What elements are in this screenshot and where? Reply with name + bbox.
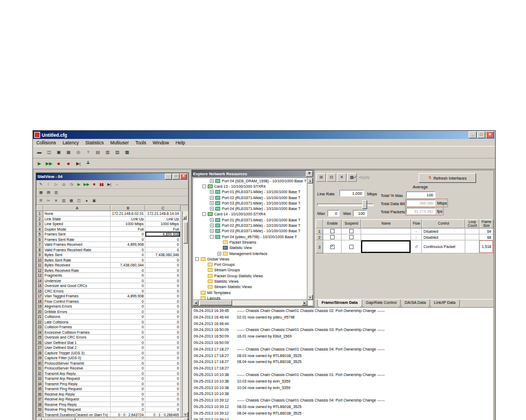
menu-item[interactable]: Latency: [59, 140, 82, 145]
stat-value-cell-c[interactable]: 0: [145, 258, 181, 263]
menu-item[interactable]: Statistics: [82, 140, 107, 145]
stop-all-icon[interactable]: ■: [64, 160, 73, 168]
close-button[interactable]: ✕: [486, 131, 494, 138]
grid-icon[interactable]: ▦: [64, 149, 73, 156]
stat-name-cell[interactable]: ProtocolServer Transmit: [43, 361, 111, 366]
delete-stream-icon[interactable]: ✕: [337, 173, 347, 182]
stat-value-cell-c[interactable]: 0: [145, 371, 181, 377]
cascade-icon[interactable]: ◫: [44, 149, 54, 156]
scroll-right-icon[interactable]: ▶: [183, 418, 188, 420]
tab[interactable]: DA/SA Data: [400, 300, 430, 308]
rate-slider-thumb[interactable]: [362, 200, 367, 209]
export-icon[interactable]: ●: [83, 198, 90, 203]
row-number[interactable]: 19: [36, 304, 43, 309]
stat-name-cell[interactable]: Receive Ping Request: [43, 407, 111, 412]
start-icon[interactable]: ▶: [35, 160, 44, 168]
expand-toggle-icon[interactable]: +: [210, 218, 214, 222]
stat-value-cell-b[interactable]: 0: [111, 376, 145, 381]
stat-name-cell[interactable]: None: [43, 211, 111, 217]
fast-forward-icon[interactable]: ▶▶: [83, 181, 90, 187]
stat-name-cell[interactable]: Oversize and Good CRCs: [43, 283, 111, 289]
stat-value-cell-c[interactable]: 0: [145, 278, 181, 284]
tree-item[interactable]: + Port 03 (RLE0371-Mkte) - 10/100/1000 B…: [193, 200, 307, 206]
grid-column-header[interactable]: Flow: [411, 219, 422, 228]
suspend-checkbox[interactable]: [349, 235, 354, 239]
stat-value-cell-b[interactable]: 4,899,908: [111, 294, 145, 299]
expand-toggle-icon[interactable]: -: [210, 235, 214, 239]
scroll-left-icon[interactable]: ◀: [193, 300, 198, 306]
column-header-b[interactable]: B: [111, 205, 145, 211]
statview-maximize-button[interactable]: □: [172, 174, 179, 180]
stat-value-cell-c[interactable]: 0: [145, 366, 181, 371]
stat-value-cell-b[interactable]: 0: [111, 371, 145, 377]
refresh-interfaces-button[interactable]: ↯ Refresh Interfaces: [419, 173, 476, 183]
stat-name-cell[interactable]: Capture Filter (UDS 0): [43, 355, 111, 361]
pause-icon[interactable]: ▮▮: [98, 181, 105, 187]
tree-item[interactable]: Packet Group Statistic Views: [193, 273, 307, 278]
enable-checkbox[interactable]: [330, 245, 335, 249]
suspend-cell[interactable]: [342, 228, 361, 234]
loop-count-cell[interactable]: [465, 228, 479, 234]
stat-value-cell-b[interactable]: 0: [111, 232, 145, 237]
stat-value-cell-c[interactable]: 0: [145, 242, 181, 247]
row-number[interactable]: 31: [36, 366, 43, 371]
name-cell[interactable]: [361, 234, 411, 240]
tree-item[interactable]: Stream Statistic Views: [193, 284, 307, 290]
erase-icon[interactable]: ◊: [45, 181, 52, 187]
stat-value-cell-c[interactable]: 0: [145, 294, 181, 299]
table-icon[interactable]: ▥: [103, 149, 112, 156]
stat-name-cell[interactable]: Duplex Mode: [43, 227, 111, 232]
row-number[interactable]: 22: [36, 320, 43, 325]
expand-toggle-icon[interactable]: +: [210, 196, 214, 200]
stat-value-cell-b[interactable]: 0: [111, 273, 145, 278]
stat-value-cell-b[interactable]: 0: [111, 386, 145, 392]
control-cell[interactable]: Continuous Packet: [422, 240, 465, 253]
stat-value-cell-c[interactable]: 0: [145, 392, 181, 397]
stat-value-cell-c[interactable]: 0: [145, 304, 181, 309]
enable-cell[interactable]: [323, 234, 342, 240]
stat-value-cell-b[interactable]: 0: [111, 320, 145, 325]
expand-toggle-icon[interactable]: +: [210, 179, 214, 183]
row-number[interactable]: 33: [36, 376, 43, 381]
tree-item[interactable]: + Port 02 (RLE0371-Mkte) - 10/100/1000 B…: [193, 222, 307, 228]
report-icon[interactable]: ▩: [123, 149, 132, 156]
row-number[interactable]: 3: [36, 221, 43, 227]
minimize-button[interactable]: _: [469, 131, 477, 138]
run-icon[interactable]: ▷: [53, 181, 60, 187]
scroll-down-icon[interactable]: ▼: [307, 295, 313, 300]
stat-name-cell[interactable]: Undersize: [43, 278, 111, 284]
bit-rate-field[interactable]: 986.986: [406, 200, 435, 206]
stat-value-cell-b[interactable]: 0: [111, 304, 145, 309]
start-all-icon[interactable]: ▶▶: [44, 160, 54, 168]
max-rate-field[interactable]: 100: [353, 210, 367, 217]
row-number[interactable]: 14: [36, 278, 43, 284]
row-number[interactable]: 27: [36, 345, 43, 351]
stat-name-cell[interactable]: Line Speed: [43, 221, 111, 227]
stat-value-cell-c[interactable]: 0: [145, 299, 181, 304]
stat-value-cell-b[interactable]: Link Up: [111, 217, 145, 222]
tree-vertical-scrollbar[interactable]: ▲ ▼: [307, 178, 313, 300]
print-icon[interactable]: ◫: [75, 198, 82, 203]
stat-value-cell-b[interactable]: 0: [111, 397, 145, 402]
stat-name-cell[interactable]: Frames Sent: [43, 232, 111, 237]
grid-column-header[interactable]: Frame Size: [479, 219, 493, 228]
scroll-up-icon[interactable]: ▲: [183, 215, 187, 220]
stat-value-cell-c[interactable]: 0: [145, 324, 181, 330]
row-number[interactable]: 11: [36, 263, 43, 268]
stat-value-cell-c[interactable]: 0: [145, 355, 181, 361]
find-icon[interactable]: ◎: [60, 181, 67, 187]
expand-toggle-icon[interactable]: +: [210, 224, 214, 227]
expand-toggle-icon[interactable]: +: [217, 252, 221, 256]
tile-icon[interactable]: ▣: [54, 149, 63, 156]
name-cell[interactable]: [361, 240, 411, 253]
stat-value-cell-b[interactable]: 0: [111, 330, 145, 335]
tree-item[interactable]: Packet Streams: [193, 239, 307, 245]
scrollbar-thumb[interactable]: [200, 300, 232, 306]
tree-item[interactable]: Port Groups: [193, 262, 307, 267]
stat-value-cell-b[interactable]: 0: [111, 392, 145, 397]
stat-name-cell[interactable]: Fragments: [43, 273, 111, 278]
stat-name-cell[interactable]: Dribble Errors: [43, 309, 111, 315]
stat-name-cell[interactable]: ProtocolServer Receive: [43, 366, 111, 371]
grid-column-header[interactable]: Suspend: [342, 219, 361, 228]
scroll-left-icon[interactable]: ◀: [36, 418, 42, 420]
